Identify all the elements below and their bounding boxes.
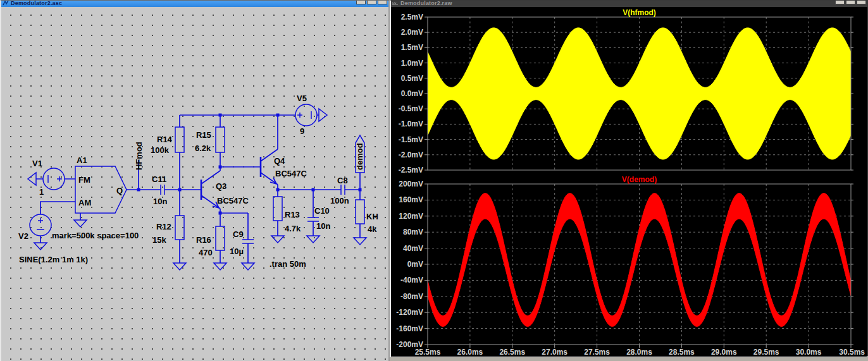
close-button[interactable] bbox=[378, 1, 387, 4]
component-value[interactable]: 4.7k bbox=[285, 224, 301, 233]
waveform-window: 2.5mV2.0mV1.5mV1.0mV0.5mV0.0mV-0.5mV-1.0… bbox=[390, 0, 868, 357]
plus-icon bbox=[38, 218, 43, 223]
maximize-button[interactable] bbox=[846, 1, 855, 4]
component-value[interactable]: 100k bbox=[151, 145, 170, 155]
component-ref[interactable]: V5 bbox=[297, 94, 307, 103]
minimize-button[interactable] bbox=[356, 1, 366, 4]
y-tick-label: 40mV bbox=[403, 244, 423, 253]
component-value[interactable]: 9 bbox=[300, 126, 304, 136]
plus-icon bbox=[57, 176, 62, 181]
waveform-window-icon bbox=[392, 1, 399, 6]
waveform-canvas[interactable]: 2.5mV2.0mV1.5mV1.0mV0.5mV0.0mV-0.5mV-1.0… bbox=[391, 7, 867, 357]
y-tick-label: 120mV bbox=[399, 212, 423, 221]
y-tick-label: -1.5mV bbox=[399, 135, 423, 144]
component-r15[interactable]: R15 6.2k bbox=[195, 127, 225, 153]
y-tick-label: 2.5mV bbox=[401, 13, 423, 21]
plus-icon bbox=[297, 113, 302, 118]
component-ref[interactable]: C9 bbox=[233, 229, 244, 239]
component-params[interactable]: mark=500k space=100 bbox=[52, 231, 139, 240]
x-tick-label: 29.5ms bbox=[753, 348, 779, 357]
y-tick-label: -2.0mV bbox=[399, 150, 423, 159]
net-label-hfmod[interactable]: HFmod bbox=[134, 142, 144, 170]
component-c11[interactable]: C11 10n bbox=[152, 174, 167, 206]
net-label-demod[interactable]: demod bbox=[355, 135, 364, 173]
component-v5[interactable]: V5 9 bbox=[295, 94, 317, 136]
pin-label-q: Q bbox=[116, 186, 123, 195]
window-bottom-edge bbox=[390, 357, 868, 361]
x-tick-label: 28.5ms bbox=[669, 348, 695, 357]
component-ref[interactable]: V2 bbox=[18, 231, 28, 241]
y-tick-label: 0.5mV bbox=[401, 74, 423, 83]
trace-title-vdemod[interactable]: V(demod) bbox=[622, 175, 657, 184]
close-button[interactable] bbox=[857, 1, 866, 4]
maximize-button[interactable] bbox=[367, 1, 376, 4]
component-ref[interactable]: C8 bbox=[337, 176, 348, 185]
component-value[interactable]: 4k bbox=[368, 224, 377, 234]
waveform-titlebar[interactable]: Demodulator2.raw bbox=[391, 1, 867, 7]
component-ref[interactable]: A1 bbox=[77, 156, 87, 165]
y-tick-label: -120mV bbox=[396, 308, 423, 317]
pin-label-fm: FM bbox=[78, 175, 90, 185]
component-ref[interactable]: R16 bbox=[196, 235, 211, 245]
waveform-window-title: Demodulator2.raw bbox=[400, 1, 452, 7]
ltspice-schematic-icon bbox=[3, 1, 9, 6]
y-tick-label: 1.0mV bbox=[401, 59, 423, 68]
component-ref[interactable]: C10 bbox=[314, 206, 330, 216]
x-tick-label: 30.5ms bbox=[839, 348, 865, 357]
x-tick-label: 26.0ms bbox=[457, 348, 483, 357]
component-r14[interactable]: R14 100k bbox=[151, 127, 184, 155]
component-c10[interactable]: C10 10n bbox=[307, 206, 330, 231]
y-tick-label: 1.5mV bbox=[401, 43, 423, 52]
component-ref[interactable]: R13 bbox=[285, 210, 300, 219]
svg-text:demod[interactable]: demod bbox=[355, 143, 364, 170]
component-value[interactable]: 10n bbox=[153, 197, 167, 206]
component-value[interactable]: 10n bbox=[316, 221, 330, 231]
component-ref[interactable]: Q4 bbox=[274, 156, 285, 166]
y-tick-label: -0.5mV bbox=[399, 104, 423, 113]
x-tick-label: 30.0ms bbox=[796, 348, 822, 357]
component-value[interactable]: 100n bbox=[330, 196, 349, 205]
component-value[interactable]: 1 bbox=[39, 187, 44, 197]
wire-junctions bbox=[137, 114, 362, 215]
schematic-window-title: Demodulator2.asc bbox=[11, 1, 62, 7]
component-kh[interactable]: KH 4k bbox=[356, 200, 378, 234]
schematic-titlebar[interactable]: Demodulator2.asc bbox=[1, 1, 388, 7]
y-tick-label: -160mV bbox=[396, 324, 423, 333]
y-tick-label: -80mV bbox=[400, 292, 423, 301]
component-a1-modulator[interactable]: A1 FM AM Q mark=500k space=100 bbox=[52, 156, 139, 240]
component-ref[interactable]: V1 bbox=[32, 159, 42, 168]
component-q4[interactable]: Q4 BC547C bbox=[261, 149, 307, 185]
component-ref[interactable]: Q3 bbox=[216, 181, 226, 191]
component-v1[interactable]: V1 1 bbox=[32, 159, 65, 197]
component-value[interactable]: 10µ bbox=[230, 247, 244, 256]
component-value[interactable]: SINE(1.2m 1m 1k) bbox=[19, 255, 88, 264]
y-tick-label: 80mV bbox=[403, 228, 423, 236]
y-tick-label: 0mV bbox=[407, 260, 423, 269]
component-value[interactable]: 15k bbox=[152, 235, 166, 245]
schematic-canvas[interactable]: V1 1 V2 SINE(1.2m 1m 1k) V5 9 A1 FM AM Q… bbox=[1, 7, 388, 361]
x-tick-label: 25.5ms bbox=[415, 348, 441, 357]
component-ref[interactable]: R14 bbox=[157, 135, 173, 144]
y-tick-label: -2.5mV bbox=[399, 166, 423, 174]
component-value[interactable]: 6.2k bbox=[195, 144, 211, 153]
x-tick-label: 27.5ms bbox=[584, 348, 610, 357]
spice-directive-tran[interactable]: .tran 50m bbox=[270, 259, 306, 269]
y-tick-label: 160mV bbox=[399, 195, 423, 204]
minimize-button[interactable] bbox=[835, 1, 845, 4]
component-c8[interactable]: C8 100n bbox=[330, 176, 349, 205]
component-q3[interactable]: Q3 BC547C bbox=[201, 171, 249, 209]
component-ref[interactable]: KH bbox=[366, 212, 378, 221]
component-c9[interactable]: C9 10µ bbox=[230, 229, 254, 256]
x-tick-label: 26.5ms bbox=[499, 348, 525, 357]
x-tick-label: 29.0ms bbox=[711, 348, 737, 357]
y-tick-label: 0.0mV bbox=[401, 89, 423, 98]
component-value[interactable]: BC547C bbox=[275, 169, 307, 178]
component-ref[interactable]: C11 bbox=[152, 174, 166, 184]
trace-title-vhfmod[interactable]: V(hfmod) bbox=[623, 8, 656, 17]
component-value[interactable]: 470 bbox=[199, 248, 213, 257]
component-ref[interactable]: R12 bbox=[156, 222, 171, 231]
component-value[interactable]: BC547C bbox=[217, 196, 249, 205]
x-tick-label: 27.0ms bbox=[542, 348, 567, 357]
component-ref[interactable]: R15 bbox=[196, 130, 211, 140]
x-tick-label: 28.0ms bbox=[626, 348, 652, 357]
